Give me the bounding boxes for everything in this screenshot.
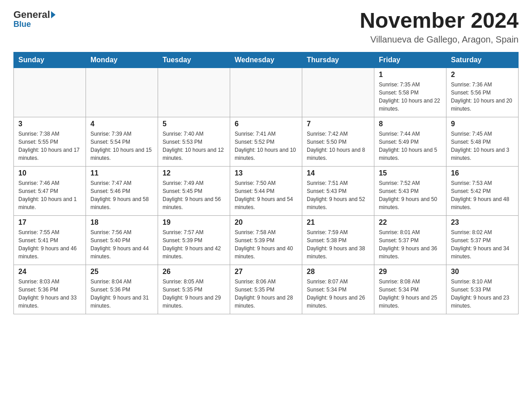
day-info: Sunrise: 7:53 AM Sunset: 5:42 PM Dayligh… [451, 179, 514, 211]
calendar-header-saturday: Saturday [446, 52, 519, 68]
calendar-cell: 19Sunrise: 7:57 AM Sunset: 5:39 PM Dayli… [158, 215, 230, 265]
calendar-cell [302, 68, 374, 117]
calendar-header-friday: Friday [374, 52, 446, 68]
day-number: 3 [18, 120, 81, 128]
calendar-cell: 6Sunrise: 7:41 AM Sunset: 5:52 PM Daylig… [230, 117, 302, 166]
day-info: Sunrise: 7:55 AM Sunset: 5:41 PM Dayligh… [18, 228, 81, 261]
calendar-week-row-5: 24Sunrise: 8:03 AM Sunset: 5:36 PM Dayli… [14, 265, 519, 314]
day-info: Sunrise: 7:58 AM Sunset: 5:39 PM Dayligh… [235, 228, 297, 261]
calendar-cell: 24Sunrise: 8:03 AM Sunset: 5:36 PM Dayli… [14, 265, 86, 314]
day-info: Sunrise: 7:47 AM Sunset: 5:46 PM Dayligh… [90, 179, 153, 211]
calendar-cell [158, 68, 230, 117]
calendar-cell: 26Sunrise: 8:05 AM Sunset: 5:35 PM Dayli… [158, 265, 230, 314]
calendar-header-sunday: Sunday [14, 52, 86, 68]
day-number: 19 [163, 218, 225, 227]
day-number: 10 [18, 169, 81, 177]
day-number: 26 [163, 268, 225, 276]
calendar-cell: 25Sunrise: 8:04 AM Sunset: 5:36 PM Dayli… [86, 265, 158, 314]
day-info: Sunrise: 8:08 AM Sunset: 5:34 PM Dayligh… [379, 278, 442, 310]
day-number: 7 [307, 120, 369, 128]
day-info: Sunrise: 7:51 AM Sunset: 5:43 PM Dayligh… [307, 179, 369, 211]
day-info: Sunrise: 8:07 AM Sunset: 5:34 PM Dayligh… [307, 278, 369, 310]
day-number: 20 [235, 218, 297, 227]
day-number: 1 [379, 71, 442, 79]
day-number: 22 [379, 218, 442, 227]
day-number: 6 [235, 120, 297, 128]
day-number: 14 [307, 169, 369, 177]
calendar-cell: 4Sunrise: 7:39 AM Sunset: 5:54 PM Daylig… [86, 117, 158, 166]
logo-general: General [13, 9, 50, 21]
calendar-cell [230, 68, 302, 117]
calendar-cell: 21Sunrise: 7:59 AM Sunset: 5:38 PM Dayli… [302, 215, 374, 265]
day-number: 18 [90, 218, 153, 227]
day-info: Sunrise: 8:01 AM Sunset: 5:37 PM Dayligh… [379, 228, 442, 261]
day-number: 25 [90, 268, 153, 276]
day-number: 15 [379, 169, 442, 177]
calendar-header-tuesday: Tuesday [158, 52, 230, 68]
calendar-header-thursday: Thursday [302, 52, 374, 68]
calendar-cell: 2Sunrise: 7:36 AM Sunset: 5:56 PM Daylig… [446, 68, 519, 117]
day-info: Sunrise: 7:36 AM Sunset: 5:56 PM Dayligh… [451, 81, 514, 113]
day-info: Sunrise: 7:45 AM Sunset: 5:48 PM Dayligh… [451, 130, 514, 162]
page-header: General Blue November 2024 Villanueva de… [13, 9, 519, 45]
day-info: Sunrise: 7:49 AM Sunset: 5:45 PM Dayligh… [163, 179, 225, 211]
day-number: 23 [451, 218, 514, 227]
calendar-cell: 17Sunrise: 7:55 AM Sunset: 5:41 PM Dayli… [14, 215, 86, 265]
day-number: 5 [163, 120, 225, 128]
day-number: 4 [90, 120, 153, 128]
calendar-week-row-1: 1Sunrise: 7:35 AM Sunset: 5:58 PM Daylig… [14, 68, 519, 117]
calendar-cell: 18Sunrise: 7:56 AM Sunset: 5:40 PM Dayli… [86, 215, 158, 265]
calendar-cell: 23Sunrise: 8:02 AM Sunset: 5:37 PM Dayli… [446, 215, 519, 265]
day-number: 17 [18, 218, 81, 227]
day-info: Sunrise: 7:52 AM Sunset: 5:43 PM Dayligh… [379, 179, 442, 211]
calendar-cell: 11Sunrise: 7:47 AM Sunset: 5:46 PM Dayli… [86, 166, 158, 215]
day-number: 8 [379, 120, 442, 128]
calendar-week-row-2: 3Sunrise: 7:38 AM Sunset: 5:55 PM Daylig… [14, 117, 519, 166]
location-title: Villanueva de Gallego, Aragon, Spain [360, 34, 519, 45]
day-number: 13 [235, 169, 297, 177]
calendar-cell: 10Sunrise: 7:46 AM Sunset: 5:47 PM Dayli… [14, 166, 86, 215]
calendar-cell: 12Sunrise: 7:49 AM Sunset: 5:45 PM Dayli… [158, 166, 230, 215]
day-info: Sunrise: 7:57 AM Sunset: 5:39 PM Dayligh… [163, 228, 225, 261]
day-number: 28 [307, 268, 369, 276]
calendar-header-wednesday: Wednesday [230, 52, 302, 68]
calendar-header-row: SundayMondayTuesdayWednesdayThursdayFrid… [14, 52, 519, 68]
day-info: Sunrise: 8:06 AM Sunset: 5:35 PM Dayligh… [235, 278, 297, 310]
calendar-cell: 20Sunrise: 7:58 AM Sunset: 5:39 PM Dayli… [230, 215, 302, 265]
day-info: Sunrise: 7:50 AM Sunset: 5:44 PM Dayligh… [235, 179, 297, 211]
day-info: Sunrise: 7:40 AM Sunset: 5:53 PM Dayligh… [163, 130, 225, 162]
day-info: Sunrise: 7:56 AM Sunset: 5:40 PM Dayligh… [90, 228, 153, 261]
logo: General Blue [13, 9, 56, 29]
calendar-cell: 9Sunrise: 7:45 AM Sunset: 5:48 PM Daylig… [446, 117, 519, 166]
day-info: Sunrise: 7:46 AM Sunset: 5:47 PM Dayligh… [18, 179, 81, 211]
calendar-table: SundayMondayTuesdayWednesdayThursdayFrid… [13, 52, 519, 314]
calendar-cell: 3Sunrise: 7:38 AM Sunset: 5:55 PM Daylig… [14, 117, 86, 166]
month-title: November 2024 [360, 9, 519, 33]
calendar-cell: 1Sunrise: 7:35 AM Sunset: 5:58 PM Daylig… [374, 68, 446, 117]
logo-blue: Blue [13, 20, 31, 29]
calendar-header-monday: Monday [86, 52, 158, 68]
day-number: 12 [163, 169, 225, 177]
calendar-cell: 28Sunrise: 8:07 AM Sunset: 5:34 PM Dayli… [302, 265, 374, 314]
calendar-cell: 13Sunrise: 7:50 AM Sunset: 5:44 PM Dayli… [230, 166, 302, 215]
calendar-cell: 8Sunrise: 7:44 AM Sunset: 5:49 PM Daylig… [374, 117, 446, 166]
day-number: 21 [307, 218, 369, 227]
title-block: November 2024 Villanueva de Gallego, Ara… [360, 9, 519, 45]
day-info: Sunrise: 8:05 AM Sunset: 5:35 PM Dayligh… [163, 278, 225, 310]
day-info: Sunrise: 7:39 AM Sunset: 5:54 PM Dayligh… [90, 130, 153, 162]
calendar-cell: 29Sunrise: 8:08 AM Sunset: 5:34 PM Dayli… [374, 265, 446, 314]
day-number: 30 [451, 268, 514, 276]
calendar-cell [86, 68, 158, 117]
day-info: Sunrise: 7:38 AM Sunset: 5:55 PM Dayligh… [18, 130, 81, 162]
day-number: 2 [451, 71, 514, 79]
day-number: 27 [235, 268, 297, 276]
day-number: 9 [451, 120, 514, 128]
logo-arrow-icon [51, 11, 56, 18]
logo-text: General [13, 9, 56, 21]
day-info: Sunrise: 7:41 AM Sunset: 5:52 PM Dayligh… [235, 130, 297, 162]
calendar-cell: 7Sunrise: 7:42 AM Sunset: 5:50 PM Daylig… [302, 117, 374, 166]
day-info: Sunrise: 7:35 AM Sunset: 5:58 PM Dayligh… [379, 81, 442, 113]
calendar-cell: 27Sunrise: 8:06 AM Sunset: 5:35 PM Dayli… [230, 265, 302, 314]
calendar-cell: 22Sunrise: 8:01 AM Sunset: 5:37 PM Dayli… [374, 215, 446, 265]
calendar-cell: 14Sunrise: 7:51 AM Sunset: 5:43 PM Dayli… [302, 166, 374, 215]
